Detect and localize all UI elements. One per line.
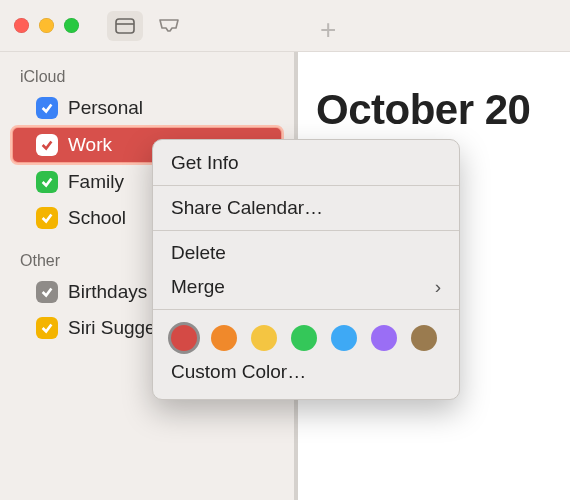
calendar-context-menu: Get Info Share Calendar… Delete Merge › … bbox=[152, 139, 460, 400]
menu-separator bbox=[153, 309, 459, 310]
checkbox-icon[interactable] bbox=[36, 171, 58, 193]
calendars-toggle-button[interactable] bbox=[107, 11, 143, 41]
calendar-label: Birthdays bbox=[68, 281, 147, 303]
menu-item-label: Merge bbox=[171, 276, 225, 298]
titlebar bbox=[0, 0, 570, 52]
swatch-orange[interactable] bbox=[211, 325, 237, 351]
color-swatches bbox=[153, 315, 459, 355]
minimize-window-button[interactable] bbox=[39, 18, 54, 33]
menu-item-label: Delete bbox=[171, 242, 226, 264]
swatch-green[interactable] bbox=[291, 325, 317, 351]
checkbox-icon[interactable] bbox=[36, 134, 58, 156]
calendar-label: Work bbox=[68, 134, 112, 156]
swatch-brown[interactable] bbox=[411, 325, 437, 351]
menu-item-label: Share Calendar… bbox=[171, 197, 323, 219]
checkbox-icon[interactable] bbox=[36, 317, 58, 339]
menu-separator bbox=[153, 185, 459, 186]
menu-item-label: Custom Color… bbox=[171, 361, 306, 383]
menu-share-calendar[interactable]: Share Calendar… bbox=[153, 191, 459, 225]
menu-get-info[interactable]: Get Info bbox=[153, 146, 459, 180]
inbox-button[interactable] bbox=[151, 11, 187, 41]
checkbox-icon[interactable] bbox=[36, 207, 58, 229]
close-window-button[interactable] bbox=[14, 18, 29, 33]
swatch-red[interactable] bbox=[171, 325, 197, 351]
swatch-purple[interactable] bbox=[371, 325, 397, 351]
new-event-button[interactable]: + bbox=[320, 14, 336, 46]
menu-custom-color[interactable]: Custom Color… bbox=[153, 355, 459, 389]
chevron-right-icon: › bbox=[435, 276, 441, 298]
menu-separator bbox=[153, 230, 459, 231]
window-controls bbox=[14, 18, 79, 33]
calendar-item-personal[interactable]: Personal bbox=[8, 90, 286, 126]
swatch-yellow[interactable] bbox=[251, 325, 277, 351]
group-header-icloud: iCloud bbox=[8, 62, 286, 90]
calendar-label: Personal bbox=[68, 97, 143, 119]
calendar-label: Family bbox=[68, 171, 124, 193]
month-title: October 20 bbox=[316, 86, 530, 134]
swatch-blue[interactable] bbox=[331, 325, 357, 351]
menu-item-label: Get Info bbox=[171, 152, 239, 174]
checkbox-icon[interactable] bbox=[36, 97, 58, 119]
checkbox-icon[interactable] bbox=[36, 281, 58, 303]
calendar-label: School bbox=[68, 207, 126, 229]
menu-merge[interactable]: Merge › bbox=[153, 270, 459, 304]
menu-delete[interactable]: Delete bbox=[153, 236, 459, 270]
zoom-window-button[interactable] bbox=[64, 18, 79, 33]
svg-rect-0 bbox=[116, 19, 134, 33]
